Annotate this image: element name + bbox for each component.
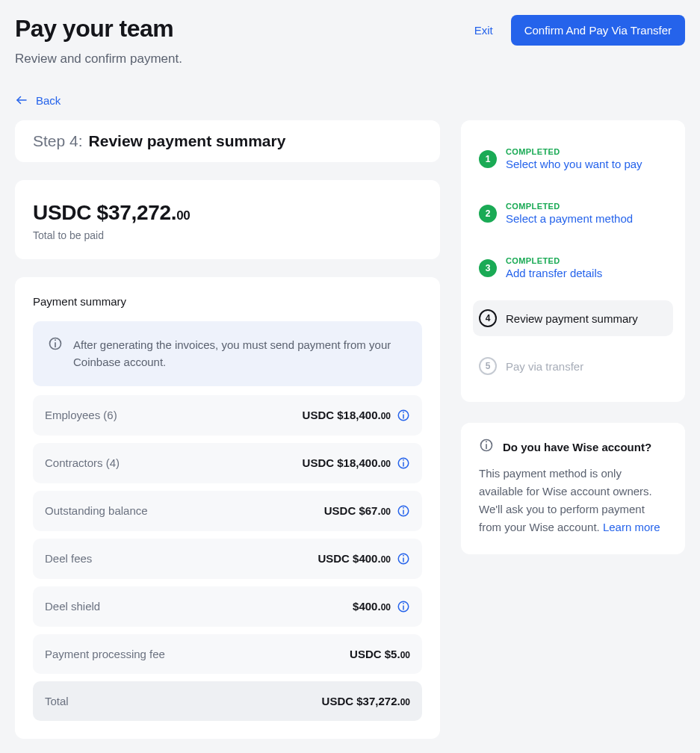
step-label: Pay via transfer [506,360,583,373]
summary-row: Deel feesUSDC $400.00 [33,539,422,579]
summary-row-label: Employees (6) [45,409,303,421]
info-icon[interactable] [397,456,410,470]
step-item-1[interactable]: 1COMPLETEDSelect who you want to pay [473,138,673,179]
step-label: Select a payment method [506,212,633,225]
step-header-card: Step 4: Review payment summary [15,120,440,162]
summary-row: Contractors (4)USDC $18,400.00 [33,443,422,483]
info-icon[interactable] [397,409,410,422]
summary-row-value: USDC $37,272.00 [322,695,410,707]
info-icon[interactable] [397,504,410,518]
info-icon[interactable] [397,552,410,565]
summary-row: Employees (6)USDC $18,400.00 [33,395,422,436]
total-sub: Total to be paid [33,229,422,241]
summary-row-value: USDC $400.00 [318,552,391,565]
info-icon[interactable] [397,600,410,613]
confirm-pay-button-top[interactable]: Confirm And Pay Via Transfer [511,15,685,46]
payment-summary-card: Payment summary After generating the inv… [15,277,440,739]
summary-heading: Payment summary [33,295,422,308]
summary-row-total: TotalUSDC $37,272.00 [33,681,422,721]
summary-row-label: Total [45,695,322,707]
wise-card: Do you have Wise account? This payment m… [461,423,685,554]
step-number-badge: 1 [479,150,497,168]
step-prefix: Step 4: [33,132,83,150]
header-actions: Exit Confirm And Pay Via Transfer [474,15,685,46]
step-number-badge: 5 [479,357,497,375]
info-banner-text: After generating the invoices, you must … [73,336,404,371]
total-card: USDC $37,272.00 Total to be paid [15,180,440,259]
summary-row-value: USDC $18,400.00 [303,456,391,469]
summary-row-label: Contractors (4) [45,456,303,469]
info-icon [479,438,494,456]
summary-row-value: USDC $5.00 [350,648,410,660]
page-subtitle: Review and confirm payment. [15,52,685,66]
step-item-3[interactable]: 3COMPLETEDAdd transfer details [473,247,673,288]
step-status: COMPLETED [506,147,642,156]
summary-row-label: Deel shield [45,600,353,613]
steps-card: 1COMPLETEDSelect who you want to pay2COM… [461,120,685,402]
step-label: Select who you want to pay [506,158,642,170]
wise-title: Do you have Wise account? [503,441,651,453]
wise-body: This payment method is only available fo… [479,465,667,536]
step-label: Review payment summary [506,312,638,325]
step-status: COMPLETED [506,256,602,265]
step-label: Review payment summary [89,132,286,150]
summary-row: Payment processing feeUSDC $5.00 [33,634,422,674]
step-item-2[interactable]: 2COMPLETEDSelect a payment method [473,193,673,234]
back-label: Back [36,94,61,107]
info-icon [48,336,63,371]
step-number-badge: 2 [479,205,497,223]
summary-row-label: Deel fees [45,552,318,565]
summary-row: Deel shield$400.00 [33,586,422,627]
step-label: Add transfer details [506,267,602,279]
step-number-badge: 4 [479,309,497,327]
summary-row-value: $400.00 [353,600,391,613]
back-button[interactable]: Back [15,93,685,107]
step-status: COMPLETED [506,202,633,211]
summary-row-value: USDC $18,400.00 [303,409,391,421]
total-amount: USDC $37,272.00 [33,201,422,225]
summary-row: Outstanding balanceUSDC $67.00 [33,491,422,531]
summary-row-label: Outstanding balance [45,504,324,517]
exit-link[interactable]: Exit [474,24,493,37]
step-item-4: 4Review payment summary [473,300,673,336]
summary-row-label: Payment processing fee [45,648,350,660]
info-banner: After generating the invoices, you must … [33,321,422,386]
step-number-badge: 3 [479,259,497,277]
step-item-5: 5Pay via transfer [473,348,673,384]
summary-row-value: USDC $67.00 [324,504,391,517]
page-title: Pay your team [15,15,173,43]
arrow-left-icon [15,93,28,107]
learn-more-link[interactable]: Learn more [603,521,660,533]
